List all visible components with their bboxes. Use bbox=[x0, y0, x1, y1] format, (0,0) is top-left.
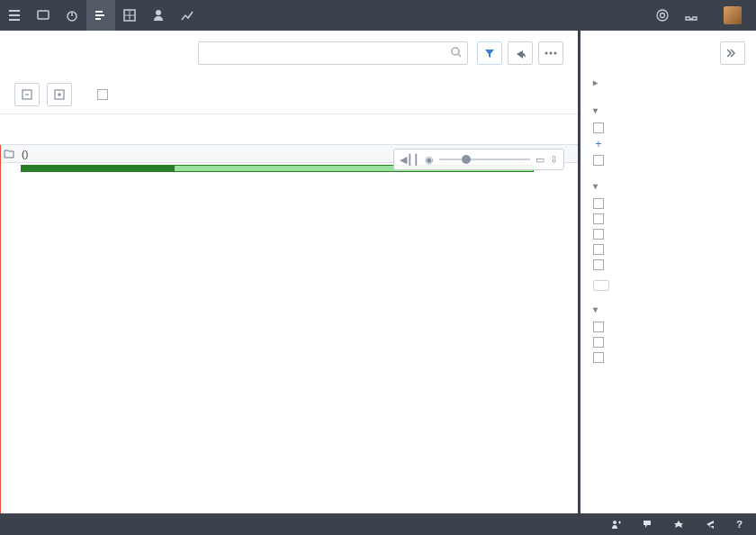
gantt-chart[interactable]: () ◀┃┃ ◉ ▭ ⇩ bbox=[0, 114, 578, 513]
zoom-snapshot-icon[interactable]: ▭ bbox=[536, 154, 544, 166]
timeline-days bbox=[0, 129, 578, 145]
filter-item[interactable] bbox=[593, 229, 745, 240]
svg-point-9 bbox=[554, 52, 557, 55]
filter-section-type[interactable]: ▾ bbox=[593, 304, 745, 314]
filter-section-inplan[interactable]: ▾ bbox=[593, 181, 745, 191]
filter-section-assigned[interactable]: ▾ bbox=[593, 105, 745, 115]
svg-point-8 bbox=[550, 52, 553, 55]
tray-icon[interactable] bbox=[677, 0, 706, 31]
filter-item[interactable] bbox=[593, 337, 745, 348]
collapse-all-button[interactable] bbox=[47, 83, 72, 106]
inbox-icon[interactable] bbox=[29, 0, 58, 31]
zoom-fit-icon[interactable]: ◉ bbox=[425, 154, 434, 166]
footer-add-users[interactable] bbox=[610, 519, 626, 530]
svg-rect-0 bbox=[38, 11, 49, 19]
chevron-right-icon: ▸ bbox=[593, 77, 598, 87]
filter-item-add-other[interactable] bbox=[593, 138, 745, 150]
filter-item[interactable] bbox=[593, 244, 745, 255]
zoom-export-icon[interactable]: ⇩ bbox=[550, 154, 558, 166]
share-button[interactable] bbox=[508, 41, 533, 65]
svg-point-5 bbox=[661, 14, 665, 18]
critical-path-toggle[interactable] bbox=[97, 89, 113, 100]
avatar[interactable] bbox=[724, 6, 742, 24]
today-marker bbox=[0, 145, 1, 513]
svg-point-4 bbox=[657, 10, 668, 21]
filter-item[interactable] bbox=[593, 322, 745, 332]
svg-point-12 bbox=[613, 521, 616, 524]
filter-button[interactable] bbox=[477, 41, 502, 65]
footer-recommend[interactable] bbox=[673, 519, 688, 530]
zoom-out-icon[interactable]: ◀┃┃ bbox=[400, 154, 419, 166]
svg-point-3 bbox=[156, 10, 161, 15]
user-icon[interactable] bbox=[144, 0, 173, 31]
more-button[interactable] bbox=[538, 41, 563, 65]
zoom-control[interactable]: ◀┃┃ ◉ ▭ ⇩ bbox=[393, 149, 564, 170]
expand-all-button[interactable] bbox=[14, 83, 40, 106]
analytics-icon[interactable] bbox=[173, 0, 202, 31]
footer-bar: ? bbox=[0, 513, 756, 535]
timeline-weeks bbox=[0, 114, 578, 129]
gantt-grid bbox=[0, 145, 578, 513]
chevron-down-icon: ▾ bbox=[593, 105, 598, 115]
search-icon[interactable] bbox=[450, 46, 463, 59]
advanced-filters-button[interactable] bbox=[593, 280, 609, 291]
table-view-icon[interactable] bbox=[115, 0, 144, 31]
search-input[interactable] bbox=[198, 41, 468, 65]
gantt-view-icon[interactable] bbox=[86, 0, 115, 31]
collapse-panel-button[interactable] bbox=[720, 41, 745, 65]
search-field bbox=[198, 41, 468, 65]
nav-left-group bbox=[0, 0, 202, 31]
filter-item[interactable] bbox=[593, 198, 745, 209]
filters-panel: ▸ ▾ ▾ bbox=[580, 31, 756, 513]
chevron-down-icon: ▾ bbox=[593, 304, 598, 314]
filter-item[interactable] bbox=[593, 259, 745, 270]
folder-icon bbox=[4, 150, 14, 159]
chevron-down-icon: ▾ bbox=[593, 181, 598, 191]
checkbox-icon bbox=[97, 89, 108, 100]
filter-section-status[interactable]: ▸ bbox=[593, 77, 745, 87]
footer-hotkeys[interactable] bbox=[705, 519, 720, 530]
filter-item[interactable] bbox=[593, 122, 745, 133]
menu-icon[interactable] bbox=[0, 0, 29, 31]
svg-point-7 bbox=[545, 52, 548, 55]
footer-feedback[interactable] bbox=[642, 519, 657, 530]
timer-icon[interactable] bbox=[58, 0, 86, 31]
mention-icon[interactable] bbox=[648, 0, 677, 31]
filter-item[interactable] bbox=[593, 352, 745, 363]
footer-help[interactable]: ? bbox=[736, 519, 747, 530]
svg-point-6 bbox=[452, 48, 459, 55]
top-nav bbox=[0, 0, 756, 31]
filter-item[interactable] bbox=[593, 213, 745, 224]
filter-item[interactable] bbox=[593, 155, 745, 166]
